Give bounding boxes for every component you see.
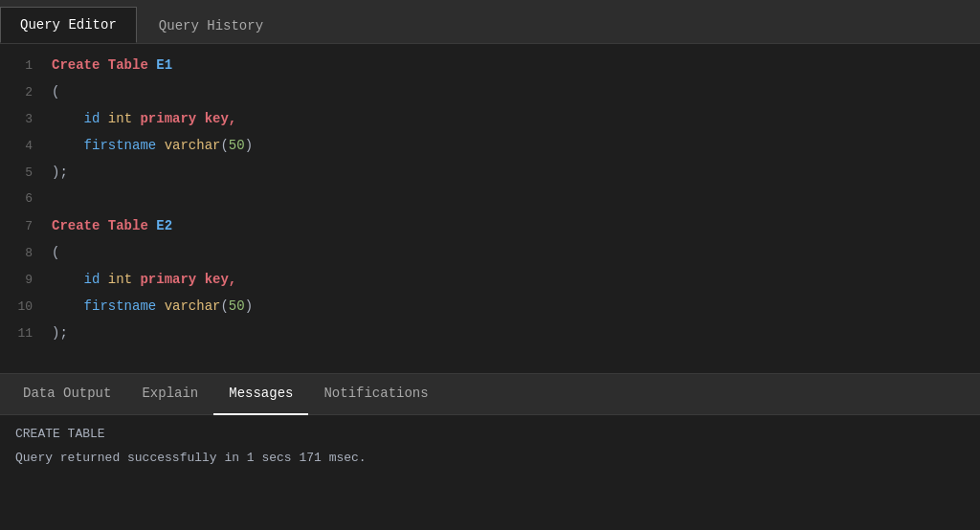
line-number: 2 [0, 79, 48, 106]
line-number: 8 [0, 240, 48, 267]
code-editor[interactable]: 1Create Table E12(3 id int primary key,4… [0, 44, 980, 373]
code-line: 7Create Table E2 [0, 212, 980, 239]
line-content: firstname varchar(50) [48, 293, 980, 320]
line-number: 7 [0, 213, 48, 240]
line-number: 10 [0, 294, 48, 320]
code-line: 4 firstname varchar(50) [0, 132, 980, 159]
tab-notifications[interactable]: Notifications [308, 373, 443, 415]
line-content: id int primary key, [48, 266, 980, 293]
tab-data-output-label: Data Output [23, 386, 111, 401]
line-content: Create Table E2 [48, 212, 980, 239]
tab-messages[interactable]: Messages [213, 373, 308, 415]
line-number: 3 [0, 106, 48, 133]
line-content: Create Table E1 [48, 52, 980, 78]
line-number: 4 [0, 133, 48, 160]
code-line: 11); [0, 320, 980, 346]
top-tab-bar: Query Editor Query History [0, 0, 980, 44]
tab-explain[interactable]: Explain [126, 373, 213, 415]
tab-data-output[interactable]: Data Output [8, 373, 126, 415]
line-number: 9 [0, 267, 48, 294]
line-number: 1 [0, 53, 48, 79]
code-line: 3 id int primary key, [0, 105, 980, 132]
code-line: 10 firstname varchar(50) [0, 293, 980, 320]
line-content: firstname varchar(50) [48, 132, 980, 159]
code-line: 1Create Table E1 [0, 52, 980, 78]
line-number: 5 [0, 160, 48, 187]
tab-query-history[interactable]: Query History [139, 7, 283, 43]
tab-explain-label: Explain [142, 386, 198, 401]
code-line: 8( [0, 239, 980, 266]
line-content: ( [48, 78, 980, 105]
tab-messages-label: Messages [229, 386, 293, 401]
output-area: CREATE TABLE Query returned successfully… [0, 415, 980, 530]
code-line: 6 [0, 186, 980, 212]
tab-notifications-label: Notifications [323, 386, 428, 401]
code-line: 5); [0, 159, 980, 186]
line-number: 6 [0, 186, 48, 212]
line-content: ); [48, 159, 980, 186]
tab-query-editor[interactable]: Query Editor [0, 7, 137, 43]
bottom-tab-bar: Data Output Explain Messages Notificatio… [0, 373, 980, 415]
line-content: ); [48, 320, 980, 346]
output-line-1: CREATE TABLE [15, 427, 965, 441]
line-content: ( [48, 239, 980, 266]
code-line: 2( [0, 78, 980, 105]
tab-query-history-label: Query History [159, 18, 263, 33]
tab-query-editor-label: Query Editor [20, 17, 117, 33]
line-number: 11 [0, 320, 48, 347]
output-line-2: Query returned successfully in 1 secs 17… [15, 451, 965, 465]
code-line: 9 id int primary key, [0, 266, 980, 293]
line-content: id int primary key, [48, 105, 980, 132]
